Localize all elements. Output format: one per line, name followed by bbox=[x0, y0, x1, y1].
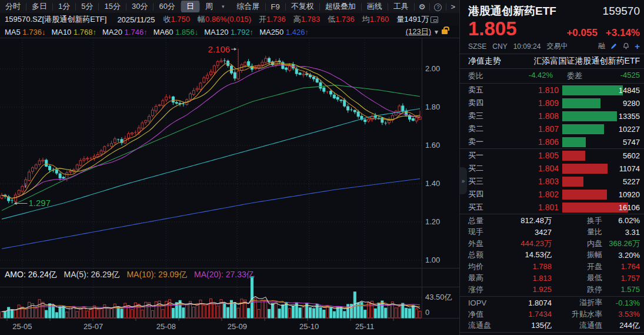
ma-legend-MA10: MA10 1.768↑ bbox=[51, 28, 96, 37]
ask-row-1[interactable]: 卖四1.8099280 bbox=[460, 97, 644, 110]
stock-code: 159570 bbox=[603, 5, 640, 18]
svg-text:25-05: 25-05 bbox=[12, 322, 32, 331]
svg-text:1.00: 1.00 bbox=[425, 256, 440, 264]
bid-row-3[interactable]: 买四1.80210920 bbox=[460, 188, 644, 201]
tool-button-4[interactable]: 画线 bbox=[362, 1, 388, 12]
stats-row-4: 均价1.788开盘1.764 bbox=[460, 261, 644, 273]
stats-row-3: 总额14.53亿振幅3.20% bbox=[460, 250, 644, 261]
settings-gear-icon[interactable]: ⚙ bbox=[415, 2, 430, 11]
stock-name: 港股通创新药ETF bbox=[468, 4, 556, 19]
stats-row-2: 流通盘135亿流通值244亿 bbox=[460, 320, 644, 332]
toolbar-tools: 综合屏F9不复权超级叠加画线工具 ⚙ ? > bbox=[232, 1, 459, 12]
bid-row-0[interactable]: 买一1.8055602 bbox=[460, 149, 644, 162]
unlock-icon[interactable] bbox=[442, 29, 448, 34]
period-tab-1[interactable]: 多日 bbox=[26, 1, 52, 12]
stats-row-2: 外盘444.23万内盘368.26万 bbox=[460, 238, 644, 250]
ma-legend-MA5: MA5 1.736↓ bbox=[5, 28, 45, 37]
price-change-pct: +3.14% bbox=[606, 27, 640, 39]
quote-info-bar: 159570.SZ[港股通创新药ETF] 2025/11/25 收1.750幅0… bbox=[0, 13, 459, 26]
stats-row-0: 总量812.48万换手6.02% bbox=[460, 215, 644, 227]
high-annotation: 2.106 bbox=[208, 44, 231, 54]
ask-depth-bar bbox=[562, 98, 600, 108]
quote-field-5: 均1.760 bbox=[362, 14, 389, 25]
bid-depth-bar bbox=[562, 190, 607, 200]
commission-diff-value: -4525 bbox=[582, 71, 640, 81]
ask-row-4[interactable]: 卖一1.8065747 bbox=[460, 135, 644, 148]
svg-text:25-08: 25-08 bbox=[156, 322, 176, 331]
stock-app-window: 分时多日1分5分15分30分60分日周 ▾ 综合屏F9不复权超级叠加画线工具 ⚙… bbox=[0, 0, 644, 335]
quote-volume: 量1491万 bbox=[396, 14, 438, 25]
tool-button-1[interactable]: F9 bbox=[266, 2, 285, 12]
kline-chart[interactable]: 2.001.801.601.401.201.0043.50亿025-0525-0… bbox=[0, 38, 459, 335]
nav-fund-row[interactable]: 净值走势 汇添富国证港股通创新药ETF bbox=[460, 54, 644, 69]
bid-depth-bar bbox=[562, 151, 585, 161]
tool-button-2[interactable]: 不复权 bbox=[286, 1, 319, 12]
period-tab-0[interactable]: 分时 bbox=[0, 1, 26, 12]
tool-button-0[interactable]: 综合屏 bbox=[232, 1, 265, 12]
tool-buttons: 综合屏F9不复权超级叠加画线工具 bbox=[232, 1, 415, 12]
bid-row-4[interactable]: 买五1.80116106 bbox=[460, 201, 644, 214]
stats-block-main: 总量812.48万换手6.02%现手3427量比3.31外盘444.23万内盘3… bbox=[460, 214, 644, 297]
volume-ma5-label: MA(5): 26.29亿 bbox=[64, 270, 120, 279]
svg-text:0: 0 bbox=[425, 308, 429, 317]
period-tab-3[interactable]: 5分 bbox=[76, 1, 98, 12]
ask-row-2[interactable]: 卖三1.80813355 bbox=[460, 110, 644, 122]
quote-field-4: 低1.736 bbox=[328, 14, 355, 25]
bid-row-2[interactable]: 买三1.8035227 bbox=[460, 175, 644, 188]
svg-text:25-11: 25-11 bbox=[355, 322, 374, 331]
svg-text:1.80: 1.80 bbox=[425, 102, 440, 111]
stats-row-1: 现手3427量比3.31 bbox=[460, 227, 644, 238]
quote-fields: 收1.750幅0.86%(0.015)开1.736高1.783低1.736均1.… bbox=[163, 14, 397, 25]
edit-pencil-icon[interactable] bbox=[610, 42, 618, 50]
svg-text:25-07: 25-07 bbox=[84, 322, 103, 331]
bid-row-1[interactable]: 买二1.80411074 bbox=[460, 162, 644, 175]
quote-field-0: 收1.750 bbox=[163, 14, 191, 25]
amo-label: AMO: 26.24亿 bbox=[5, 270, 57, 279]
tool-button-5[interactable]: 工具 bbox=[388, 1, 414, 12]
period-count-selector[interactable]: (123日) bbox=[406, 26, 431, 37]
ma-legend-MA120: MA120 1.792↑ bbox=[204, 28, 253, 37]
svg-text:25-09: 25-09 bbox=[228, 322, 247, 331]
period-tab-4[interactable]: 15分 bbox=[99, 1, 125, 12]
help-icon[interactable]: ? bbox=[430, 2, 446, 11]
period-count-dropdown-icon[interactable]: ▼ bbox=[433, 29, 439, 35]
ask-row-0[interactable]: 卖五1.81014845 bbox=[460, 84, 644, 97]
more-periods-dropdown-icon[interactable]: ▾ bbox=[218, 4, 228, 9]
add-to-watchlist-icon[interactable]: + bbox=[635, 43, 640, 50]
pip-window-icon[interactable] bbox=[431, 16, 438, 23]
ma-legend-MA20: MA20 1.746↑ bbox=[102, 28, 148, 37]
commission-ratio-value: -4.42% bbox=[495, 71, 553, 81]
currency-label: CNY bbox=[492, 42, 507, 51]
margin-flag: 融 bbox=[598, 41, 605, 51]
quote-time: 10:09:24 bbox=[513, 42, 541, 51]
bid-depth-bar bbox=[562, 164, 608, 174]
commission-diff-label: 委差 bbox=[553, 71, 582, 81]
svg-text:1.40: 1.40 bbox=[425, 179, 440, 188]
quote-field-3: 高1.783 bbox=[293, 14, 321, 25]
expand-chevron-icon[interactable]: > bbox=[446, 2, 459, 11]
last-price: 1.805 bbox=[468, 19, 517, 39]
signal-down-arrow: ↓ bbox=[24, 180, 28, 189]
period-tab-2[interactable]: 1分 bbox=[53, 1, 75, 12]
quote-field-2: 开1.736 bbox=[259, 14, 286, 25]
stats-row-6: 涨停1.925跌停1.575 bbox=[460, 284, 644, 296]
period-tab-7[interactable]: 日 bbox=[181, 1, 199, 12]
stats-block-nav: IOPV1.8074溢折率-0.13%净值1.7434升贴水率3.53%流通盘1… bbox=[460, 297, 644, 333]
quote-panel: » 港股通创新药ETF 159570 1.805 +0.055 +3.14% S… bbox=[459, 0, 644, 335]
volume-ma10-label: MA(10): 29.09亿 bbox=[126, 270, 187, 279]
period-toolbar: 分时多日1分5分15分30分60分日周 ▾ 综合屏F9不复权超级叠加画线工具 ⚙… bbox=[0, 0, 459, 13]
ask-row-3[interactable]: 卖二1.80710227 bbox=[460, 122, 644, 135]
quote-field-1: 幅0.86%(0.015) bbox=[198, 14, 251, 25]
volume-legend: AMO: 26.24亿 MA(5): 26.29亿 MA(10): 29.09亿… bbox=[5, 270, 259, 280]
ask-depth-bar bbox=[562, 85, 623, 95]
period-tab-6[interactable]: 60分 bbox=[154, 1, 180, 12]
alert-bell-icon[interactable] bbox=[622, 42, 630, 50]
period-tab-5[interactable]: 30分 bbox=[126, 1, 153, 12]
svg-text:1.20: 1.20 bbox=[425, 217, 440, 226]
fund-name-link[interactable]: 汇添富国证港股通创新药ETF bbox=[534, 56, 640, 67]
nav-trend-label[interactable]: 净值走势 bbox=[468, 56, 501, 67]
tool-button-3[interactable]: 超级叠加 bbox=[320, 1, 361, 12]
ma-legend-bar: MA5 1.736↓MA10 1.768↑MA20 1.746↑MA60 1.8… bbox=[0, 26, 459, 38]
period-tab-8[interactable]: 周 bbox=[200, 1, 218, 12]
svg-text:1.60: 1.60 bbox=[425, 141, 440, 150]
